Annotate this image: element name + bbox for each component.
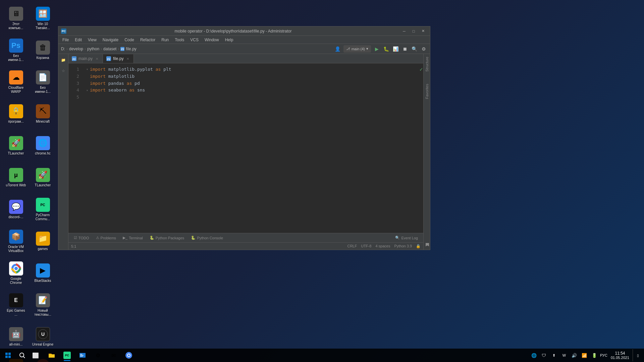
status-indent[interactable]: 4 spaces (375, 244, 390, 248)
seaborn-mod: seaborn (108, 87, 129, 94)
status-encoding[interactable]: UTF-8 (361, 244, 371, 248)
desktop-icon-chrome[interactable]: Google Chrome (3, 258, 29, 288)
desktop-icon-cloudflare[interactable]: ☁ Cloudflare WARP (3, 67, 29, 97)
menu-tools[interactable]: Tools (172, 37, 187, 43)
status-python[interactable]: Python 3.9 (394, 244, 412, 248)
debug-btn[interactable]: 🐛 (382, 45, 390, 53)
menu-help[interactable]: Help (222, 37, 236, 43)
tab-file-py[interactable]: py file.py ✕ (103, 54, 134, 63)
desktop-icon-noname[interactable]: 📄 Без имени-1... (30, 67, 55, 97)
problems-tab[interactable]: ⚠ Problems (93, 235, 119, 241)
coverage-btn[interactable]: 📊 (392, 45, 399, 53)
desktop-icon-photoshop[interactable]: Ps Без имени-1... (3, 35, 29, 65)
svg-point-3 (14, 267, 18, 270)
close-button[interactable]: ✕ (419, 28, 427, 34)
desktop-icon-discord1[interactable]: 💬 discord-... (3, 194, 29, 225)
desktop-icon-allmini[interactable]: 🤖 all-mini... (3, 322, 29, 352)
tab-main-py-close[interactable]: ✕ (95, 56, 99, 61)
status-position[interactable]: 5:1 (71, 244, 76, 248)
taskbar-file-mgr[interactable] (75, 349, 90, 362)
taskview-button[interactable]: ⬜ (28, 349, 43, 362)
terminal-tab[interactable]: ▶_ Terminal (120, 235, 146, 241)
desktop-icon-lock[interactable]: 🔒 програм... (3, 99, 29, 129)
project-panel-btn[interactable]: 📁 (59, 55, 68, 65)
plt-alias: plt (163, 66, 171, 73)
fold-marker-4[interactable]: ▾ (85, 88, 90, 93)
taskbar-search-button[interactable] (16, 349, 28, 362)
menu-window[interactable]: Window (202, 37, 222, 43)
stop-btn[interactable]: ⏹ (401, 45, 409, 53)
fold-marker-1[interactable]: ▾ (85, 67, 90, 72)
favorites-tab[interactable]: Favorites (424, 81, 430, 102)
code-area[interactable]: 1 2 3 4 5 ▾ import matplotlib.pyplot as … (68, 63, 423, 233)
fold-marker-5 (85, 95, 90, 100)
menu-vcs[interactable]: VCS (187, 37, 201, 43)
status-line-ending[interactable]: CRLF (347, 244, 357, 248)
start-button[interactable] (0, 349, 16, 362)
run-btn[interactable]: ▶ (373, 45, 380, 53)
taskbar-pycharm[interactable]: PC (60, 349, 74, 362)
win10tweaker-label: Win 10 Tweake... (32, 22, 54, 30)
tlauncher2-label: TLauncher (35, 183, 51, 187)
taskbar-mail[interactable]: ✉ (106, 349, 121, 362)
tab-main-py[interactable]: py main.py ✕ (68, 54, 103, 63)
todo-label: TODO (78, 236, 89, 240)
battery-icon[interactable]: 🔋 (590, 349, 599, 361)
desktop-icon-newtxt[interactable]: 📝 Новый текстовы... (30, 290, 55, 320)
taskbar-lang[interactable]: РУС (600, 353, 607, 357)
event-log-tab[interactable]: 🔍 Event Log (392, 235, 421, 241)
menu-navigate[interactable]: Navigate (100, 37, 121, 43)
bookmark-panel-btn[interactable] (424, 241, 430, 250)
python-console-tab[interactable]: 🐍 Python Console (188, 235, 226, 241)
desktop-icon-recycle[interactable]: 🗑 Корзина (30, 35, 55, 65)
volume-icon[interactable]: 🔊 (570, 349, 579, 361)
desktop-icon-pycharm[interactable]: PC PyCharm Commu... (30, 194, 55, 225)
antivirus-icon[interactable]: 🛡 (540, 349, 548, 361)
menu-run[interactable]: Run (159, 37, 171, 43)
bookmark-btn[interactable]: ☆ (59, 66, 68, 75)
menu-code[interactable]: Code (122, 37, 137, 43)
menu-view[interactable]: View (85, 37, 99, 43)
editor-main: py main.py ✕ py file.py ✕ 1 2 3 (68, 54, 423, 250)
desktop-icon-chrome-hc[interactable]: 🌐 chrome.hc (30, 131, 55, 161)
tray-icon-1[interactable]: ⬆ (550, 349, 558, 361)
todo-tab[interactable]: ☑ TODO (71, 235, 92, 241)
desktop-icon-win10tweaker[interactable]: 🪟 Win 10 Tweake... (30, 3, 55, 34)
branch-btn[interactable]: ⎇ main (4) ▾ (343, 45, 371, 53)
desktop-icon-bluestacks[interactable]: ▶ BlueStacks (30, 258, 55, 288)
code-content[interactable]: ▾ import matplotlib.pyplot as plt import… (82, 63, 419, 233)
tab-main-py-label: main.py (78, 56, 93, 61)
taskbar-explorer[interactable] (44, 349, 59, 362)
desktop-icon-tlauncher2[interactable]: 🚀 TLauncher (30, 163, 55, 193)
python-packages-tab[interactable]: 🐍 Python Packages (147, 235, 187, 241)
menu-file[interactable]: File (60, 37, 71, 43)
tab-file-py-close[interactable]: ✕ (125, 56, 130, 61)
eventlog-icon: 🔍 (395, 236, 400, 240)
desktop-icon-unreal[interactable]: U Unreal Engine (30, 322, 55, 352)
desktop-icon-games[interactable]: 📁 games (30, 226, 55, 256)
desktop-icon-computer[interactable]: 🖥 Этот компью... (3, 3, 29, 34)
tray-icon-2[interactable]: W (560, 349, 569, 361)
taskbar-settings[interactable]: ⚙ (91, 349, 105, 362)
wifi-icon[interactable]: 📶 (580, 349, 589, 361)
breadcrumb-d: D: (61, 47, 65, 51)
desktop-icon-utorrent[interactable]: μ uTorrent Web (3, 163, 29, 193)
desktop-icon-minecraft[interactable]: ⛏ Minecraft (30, 99, 55, 129)
structure-tab[interactable]: Structure (424, 54, 430, 74)
show-desktop-btn[interactable]: ▯ (633, 349, 641, 361)
taskbar-chrome-taskbar[interactable] (121, 349, 136, 362)
user-btn[interactable]: 👤 (334, 45, 341, 53)
desktop-icon-tlauncher1[interactable]: 🚀 TLauncher (3, 131, 29, 161)
epic-icon: E (9, 293, 23, 307)
settings-toolbar-btn[interactable]: ⚙ (420, 45, 427, 53)
taskbar-clock[interactable]: 11:54 01.05.2021 (609, 351, 631, 360)
desktop-icon-epic[interactable]: E Epic Games ... (3, 290, 29, 320)
menu-refactor[interactable]: Refactor (138, 37, 158, 43)
maximize-button[interactable]: □ (409, 28, 418, 34)
network-icon-taskbar[interactable]: 🌐 (530, 349, 538, 361)
search-toolbar-btn[interactable]: 🔍 (411, 45, 418, 53)
desktop-icon-oracle[interactable]: 📦 Oracle VM VirtualBox (3, 226, 29, 256)
minimize-button[interactable]: ─ (400, 28, 409, 34)
discord1-icon: 💬 (9, 200, 23, 214)
menu-edit[interactable]: Edit (72, 37, 85, 43)
